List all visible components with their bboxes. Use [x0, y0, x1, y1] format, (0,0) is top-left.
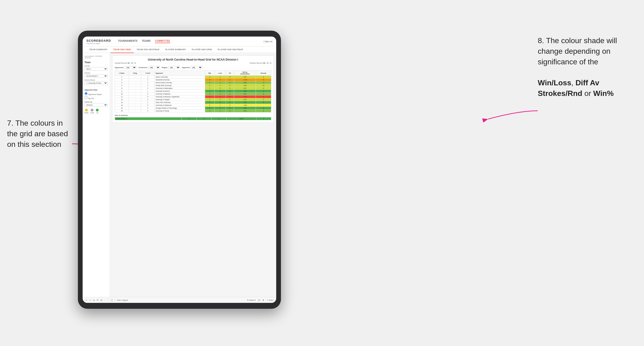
toolbar-apps[interactable]: ⊞	[262, 299, 264, 301]
table-row: 8-2University of Washington1003.673	[115, 87, 271, 90]
table-row: 13-1Texas Tech University3005.569	[115, 101, 271, 104]
radio-top100[interactable]: Top 100	[84, 96, 108, 99]
opponents-filter: Opponents: (All)	[115, 66, 136, 69]
team-section-title: Team	[84, 61, 108, 64]
col-tie: Tie	[226, 71, 234, 76]
toolbar-grid[interactable]: ⊞	[100, 299, 102, 302]
conference-select[interactable]: (All)	[148, 66, 160, 69]
region-select[interactable]: (All)	[168, 66, 180, 69]
table-row: 11-6University of Arkansas, Fayetteville…	[115, 95, 271, 98]
tab-team-h2h-heatmap[interactable]: TEAM H2H HEATMAP	[134, 46, 162, 53]
opponent-select[interactable]: (All)	[190, 66, 202, 69]
col-reg: # Reg	[129, 71, 141, 76]
toolbar-view-label: View: Original	[117, 299, 128, 301]
table-row: 12-3University of Virginia1002.333	[115, 98, 271, 101]
annotation-right-text: The colour shade will change depending o…	[538, 36, 617, 66]
ood-win: 1	[182, 117, 197, 120]
table-row: 32Vanderbilt University040-2.298	[115, 78, 271, 81]
legend-down-dot	[85, 109, 88, 112]
table-row: 9-1University of Arizona1009.002	[115, 90, 271, 93]
table-row: 15-4Georgia Institute of Technology5004.…	[115, 107, 271, 110]
arrow-right-icon	[481, 106, 540, 125]
grid-title: University of North Carolina Head-to-Hea…	[115, 58, 271, 61]
filters-row: Opponents: (All) Conference (All) Region…	[115, 66, 271, 69]
out-of-division-table: NCAA Division II 1 0 0 26.00 3	[115, 117, 271, 120]
ood-diff: 26.00	[226, 117, 256, 120]
division-label: Division	[84, 72, 108, 74]
toolbar-more[interactable]: ···	[104, 299, 106, 302]
toolbar-divider2	[115, 298, 115, 302]
logo-sub: Powered by clippd	[86, 43, 111, 44]
col-loss: Loss	[214, 71, 226, 76]
table-row: 14-5University of Oklahoma010-1.00	[115, 104, 271, 107]
col-opponent: Opponent	[155, 71, 205, 76]
logo: SCOREBOARD Powered by clippd	[86, 38, 111, 44]
sign-out-link[interactable]: | Sign out	[264, 40, 272, 43]
division-select[interactable]: NCAA Division I	[84, 74, 108, 78]
main-content: Last Updated: 27/03/2024 16:55:38 Team G…	[82, 53, 276, 297]
toolbar-clock[interactable]: 🕐	[110, 299, 113, 302]
division-record: Division Record: 88 - 17 - 0	[250, 62, 271, 64]
sidebar: Last Updated: 27/03/2024 16:55:38 Team G…	[82, 53, 110, 297]
nav-bar: SCOREBOARD Powered by clippd TOURNAMENTS…	[82, 36, 276, 46]
opponents-select[interactable]: (All)	[125, 66, 136, 69]
toolbar-share[interactable]: ↗ Share	[266, 299, 273, 301]
tab-player-h2h-grid[interactable]: PLAYER H2H GRID	[189, 46, 215, 53]
toolbar-watch[interactable]: 👁 Watch ▾	[247, 299, 256, 301]
grid-card: University of North Carolina Head-to-Hea…	[112, 55, 274, 123]
bottom-toolbar: ↩ ↪ ⬅ ⧉ ⊞ ··· 🕐 View: Original 👁 Watch ▾…	[82, 297, 276, 303]
tablet-screen: SCOREBOARD Powered by clippd TOURNAMENTS…	[82, 36, 276, 303]
radio-opponents-played[interactable]: Opponents Played	[84, 92, 108, 95]
tab-team-h2h-grid[interactable]: TEAM H2H GRID	[110, 46, 134, 53]
toolbar-comment[interactable]: 💬	[258, 299, 260, 301]
col-diff: Diff AvStrokes/Rnd	[234, 71, 256, 76]
opponent-view-label: Opponent View	[84, 89, 108, 91]
annotation-winpct: Win%	[593, 89, 614, 98]
legend-up-label: Up	[96, 112, 98, 114]
table-row: 2-1Auburn University2101.679	[115, 76, 271, 78]
table-row: 10-5University of Alabama3002.618	[115, 93, 271, 95]
legend-level: Level	[90, 109, 94, 114]
legend-up-dot	[96, 109, 99, 112]
toolbar-copy[interactable]: ⧉	[97, 299, 98, 302]
nav-committee[interactable]: COMMITTEE	[155, 40, 170, 43]
logo-text: SCOREBOARD	[86, 39, 111, 42]
table-row: 4-1Arizona State University5102.2817	[115, 81, 271, 84]
out-of-division-header: Out of division	[115, 114, 271, 116]
toolbar-redo[interactable]: ↪	[89, 299, 91, 302]
annotation-left-number: 7.	[7, 119, 14, 127]
nav-links: TOURNAMENTS TEAMS COMMITTEE	[118, 40, 170, 43]
col-rank: # Rank	[115, 71, 129, 76]
timestamp: Last Updated: 27/03/2024 16:55:38	[84, 55, 108, 59]
ood-division: NCAA Division II	[115, 117, 182, 120]
gender-label: Gender	[84, 65, 108, 67]
legend-level-dot	[91, 109, 94, 112]
ood-loss: 0	[197, 117, 212, 120]
col-rounds: Rounds	[256, 71, 271, 76]
annotation-right: 8. The colour shade will change dependin…	[538, 35, 637, 99]
col-conf: # Conf	[141, 71, 155, 76]
legend-down: Down	[84, 109, 88, 114]
school-select[interactable]: 1. University of Nort...	[84, 81, 108, 85]
region-filter: Region (All)	[162, 66, 180, 69]
grid-area: University of North Carolina Head-to-Hea…	[110, 53, 276, 297]
toolbar-back[interactable]: ⬅	[93, 299, 95, 302]
annotation-right-number: 8.	[538, 36, 544, 45]
opponent-filter: Opponent (All)	[182, 66, 202, 69]
nav-tournaments[interactable]: TOURNAMENTS	[118, 40, 138, 43]
ood-tie: 0	[212, 117, 226, 120]
tab-player-h2h-heatmap[interactable]: PLAYER H2H HEATMAP	[215, 46, 246, 53]
annotation-left-text: The colours in the grid are based on thi…	[7, 119, 68, 149]
colour-legend: Down Level Up	[84, 109, 108, 114]
tab-player-summary[interactable]: PLAYER SUMMARY	[162, 46, 189, 53]
grid-subtitle: Overall Record: 89 - 17 - 0 Division Rec…	[115, 62, 271, 64]
tab-team-summary[interactable]: TEAM SUMMARY	[86, 46, 110, 53]
gender-select[interactable]: Men's	[84, 67, 108, 71]
nav-teams[interactable]: TEAMS	[142, 40, 151, 43]
legend-level-label: Level	[90, 112, 94, 114]
col-win: Win	[205, 71, 214, 76]
annotation-winloss: Win/Loss	[538, 78, 571, 87]
annotation-left: 7. The colours in the grid are based on …	[7, 118, 73, 150]
colour-by-select[interactable]: Win/loss	[84, 103, 108, 107]
toolbar-undo[interactable]: ↩	[86, 299, 87, 302]
